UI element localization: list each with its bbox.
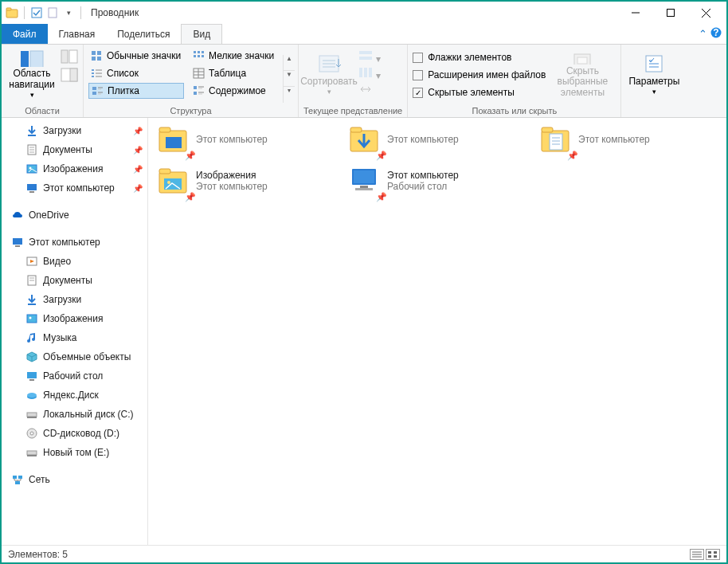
collapse-ribbon-icon[interactable]: ⌃ <box>699 28 707 40</box>
tile-item[interactable]: 📌 ИзображенияЭтот компьютер <box>156 164 315 198</box>
minimize-button[interactable] <box>618 2 653 24</box>
folder-doc-icon: 📌 <box>538 123 572 156</box>
svg-rect-113 <box>708 551 711 554</box>
folder-desktop-icon: 📌 <box>156 123 190 156</box>
main-view[interactable]: 📌 Этот компьютер 📌 Этот компьютер 📌 Этот… <box>148 118 726 545</box>
layout-content[interactable]: Содержимое <box>190 83 286 99</box>
svg-rect-19 <box>97 57 101 61</box>
tile-item[interactable]: 📌 Этот компьютер <box>347 123 507 156</box>
pin-icon: 📌 <box>185 151 196 161</box>
layout-tiles[interactable]: Плитка <box>88 83 184 99</box>
hide-selected-button[interactable]: Скрыть выбранные элементы <box>549 48 616 100</box>
layout-small-icons[interactable]: Мелкие значки <box>190 48 286 64</box>
layout-scroll-up[interactable]: ▲ <box>284 55 295 71</box>
addcolumns-button[interactable]: ▾ <box>358 66 381 81</box>
svg-rect-98 <box>550 134 562 150</box>
layout-regular-icons[interactable]: Обычные значки <box>88 48 184 64</box>
nav-quick-documents[interactable]: Документы📌 <box>2 140 147 159</box>
folder-download-icon: 📌 <box>347 123 381 156</box>
sort-button[interactable]: Сортировать ▾ <box>303 48 354 100</box>
content-area: Загрузки📌 Документы📌 Изображения📌 Этот к… <box>2 118 726 545</box>
group-label-layout: Структура <box>88 104 293 116</box>
nav-pc-music[interactable]: Музыка <box>2 328 147 347</box>
qat-blank-icon[interactable] <box>45 6 60 20</box>
tab-view[interactable]: Вид <box>181 24 222 44</box>
svg-rect-107 <box>354 170 374 183</box>
svg-rect-67 <box>27 184 37 190</box>
svg-rect-89 <box>18 476 22 479</box>
svg-rect-68 <box>29 191 34 193</box>
chevron-down-icon: ▾ <box>30 91 34 99</box>
svg-rect-87 <box>27 455 37 456</box>
window-title: Проводник <box>91 7 139 18</box>
tile-item[interactable]: 📌 Этот компьютер <box>538 123 698 156</box>
nav-pc-drive-e[interactable]: Новый том (E:) <box>2 443 147 462</box>
folder-pictures-icon: 📌 <box>156 164 190 198</box>
options-button[interactable]: Параметры ▾ <box>626 48 682 100</box>
svg-rect-39 <box>92 92 96 95</box>
tab-home[interactable]: Главная <box>48 24 107 44</box>
nav-pc-3dobjects[interactable]: Объемные объекты <box>2 347 147 366</box>
tab-file[interactable]: Файл <box>2 24 48 44</box>
groupby-button[interactable]: ▾ <box>358 49 381 65</box>
sizecolumns-button[interactable] <box>358 83 381 98</box>
svg-point-105 <box>167 181 170 184</box>
layout-list[interactable]: Список <box>88 65 184 81</box>
nav-pc-documents[interactable]: Документы <box>2 271 147 290</box>
nav-onedrive[interactable]: OneDrive <box>2 206 147 225</box>
help-icon[interactable]: ? <box>710 27 722 41</box>
maximize-button[interactable] <box>653 2 688 24</box>
group-label-panes: Области <box>6 104 78 116</box>
close-button[interactable] <box>688 2 723 24</box>
svg-rect-90 <box>15 481 20 484</box>
nav-pc-video[interactable]: Видео <box>2 252 147 271</box>
qat-checkbox-icon[interactable] <box>29 6 44 20</box>
svg-rect-23 <box>194 55 196 57</box>
svg-rect-108 <box>360 186 368 188</box>
nav-quick-downloads[interactable]: Загрузки📌 <box>2 121 147 140</box>
svg-rect-5 <box>667 10 675 17</box>
nav-quick-thispc[interactable]: Этот компьютер📌 <box>2 178 147 198</box>
svg-rect-36 <box>92 87 96 90</box>
view-details-button[interactable] <box>690 549 704 560</box>
details-pane-button[interactable] <box>61 68 78 84</box>
svg-rect-21 <box>198 51 200 53</box>
tab-share[interactable]: Поделиться <box>106 24 181 44</box>
qat-dropdown-icon[interactable]: ▾ <box>61 6 76 20</box>
layout-table[interactable]: Таблица <box>190 65 286 81</box>
nav-pc-pictures[interactable]: Изображения <box>2 309 147 328</box>
tile-item[interactable]: 📌 Этот компьютер <box>156 123 315 156</box>
view-icons-button[interactable] <box>706 549 720 560</box>
nav-pc-downloads[interactable]: Загрузки <box>2 290 147 309</box>
check-icon: ✓ <box>413 88 423 98</box>
checkbox-hidden-items[interactable]: ✓Скрытые элементы <box>413 84 546 100</box>
svg-rect-45 <box>194 92 197 95</box>
navigation-pane-button[interactable]: Область навигации ▾ <box>6 48 57 100</box>
svg-rect-115 <box>708 555 711 558</box>
group-label-options <box>626 104 682 116</box>
nav-thispc[interactable]: Этот компьютер <box>2 233 147 252</box>
options-label: Параметры <box>628 76 679 88</box>
checkbox-extensions[interactable]: Расширения имен файлов <box>413 67 546 83</box>
pin-icon: 📌 <box>133 127 143 135</box>
preview-pane-button[interactable] <box>61 49 78 66</box>
svg-rect-52 <box>359 51 372 54</box>
layout-scroll-down[interactable]: ▼ <box>284 71 295 87</box>
status-count-value: 5 <box>62 549 68 560</box>
nav-pc-desktop[interactable]: Рабочий стол <box>2 366 147 386</box>
svg-rect-82 <box>27 413 37 417</box>
svg-rect-83 <box>27 417 37 418</box>
svg-rect-93 <box>166 137 182 148</box>
tile-item[interactable]: 📌 Этот компьютерРабочий стол <box>347 164 507 198</box>
checkbox-item-checkboxes[interactable]: Флажки элементов <box>413 49 546 65</box>
nav-quick-pictures[interactable]: Изображения📌 <box>2 159 147 178</box>
nav-pc-drive-c[interactable]: Локальный диск (C:) <box>2 405 147 424</box>
svg-rect-22 <box>202 51 204 53</box>
svg-rect-42 <box>194 86 197 89</box>
nav-network[interactable]: Сеть <box>2 470 147 489</box>
nav-pc-cddrive-d[interactable]: CD-дисковод (D:) <box>2 424 147 443</box>
layout-scroll-more[interactable]: ▾ <box>284 87 295 103</box>
nav-pc-yandexdisk[interactable]: Яндекс.Диск <box>2 386 147 405</box>
svg-rect-10 <box>21 51 29 67</box>
svg-rect-103 <box>159 169 170 174</box>
